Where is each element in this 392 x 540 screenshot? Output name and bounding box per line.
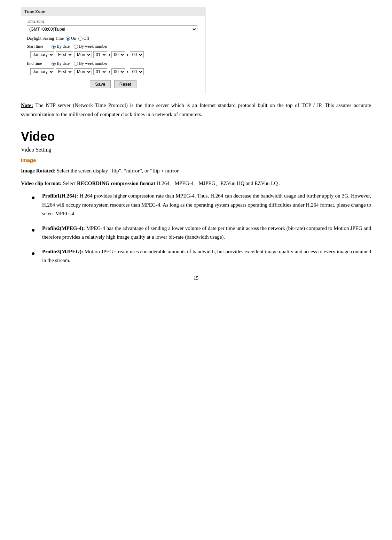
start-time-selects: January First Mon 01 : 00 : 00 [27,51,199,58]
video-subheading: Video Setting [21,147,371,153]
end-month-select[interactable]: January [30,68,54,75]
list-item: ● Profile3(MJPEG): Motion JPEG stream us… [21,247,371,265]
timezone-select[interactable]: (GMT+08:00)Taipei [27,25,197,33]
bullet-dot-1: ● [31,192,35,203]
end-min-select[interactable]: 00 [130,68,144,75]
start-date-select[interactable]: 01 [93,51,107,58]
start-colon1: : [109,52,110,57]
image-rotated-desc: : Select the screen display “flip”, “mir… [54,168,180,173]
start-week-select[interactable]: First [56,51,73,58]
list-item: ● Profile2(MPEG-4): MPEG-4 has the advan… [21,224,371,242]
dst-on-label[interactable]: On [66,36,76,41]
timezone-panel: Time Zone Time zone (GMT+08:00)Taipei Da… [21,7,205,94]
start-label: Start time [27,44,49,49]
end-hour-select[interactable]: 00 [111,68,125,75]
start-by-date-radio[interactable] [52,45,56,49]
video-clip-label: Video clip format: [21,180,62,186]
bullet-dot-2: ● [31,225,35,236]
start-by-week-text: By week number [79,44,108,49]
end-colon1: : [109,69,110,75]
timezone-label: Time zone [27,19,199,24]
start-by-date-label[interactable]: By date [52,44,70,49]
start-radio-group: By date By week number [52,44,108,49]
timezone-panel-title: Time Zone [21,7,205,16]
end-by-date-label[interactable]: By date [52,61,70,66]
start-hour-select[interactable]: 00 [111,51,125,58]
profile3-text: Motion JPEG stream uses considerable amo… [42,249,371,263]
start-by-week-label[interactable]: By week number [74,44,108,49]
profile1-content: Profile1(H.264): H.264 provides higher c… [42,192,371,218]
video-clip-bold: RECORDING compression format [77,180,155,186]
end-time-row: End time By date By week number [27,61,199,66]
start-min-select[interactable]: 00 [130,51,144,58]
image-rotated-label: Image Rotated [21,168,54,173]
profile1-label: Profile1(H.264): [42,193,78,199]
profile-list: ● Profile1(H.264): H.264 provides higher… [21,192,371,265]
profile3-content: Profile3(MJPEG): Motion JPEG stream uses… [42,247,371,265]
end-radio-group: By date By week number [52,61,108,66]
note-section: Note: The NTP server (Network Time Proto… [21,101,371,119]
dst-on-text: On [71,36,76,41]
start-day-select[interactable]: Mon [75,51,92,58]
start-colon2: : [127,52,128,57]
end-week-select[interactable]: First [56,68,73,75]
start-time-row: Start time By date By week number [27,44,199,49]
save-button[interactable]: Save [90,80,111,88]
video-clip-select: Select [62,180,77,186]
page-number: 15 [21,276,371,281]
dst-off-label[interactable]: Off [78,36,89,41]
end-by-date-text: By date [57,61,70,66]
dst-off-text: Off [84,36,89,41]
image-rotated-text: Image Rotated: Select the screen display… [21,167,371,175]
list-item: ● Profile1(H.264): H.264 provides higher… [21,192,371,218]
profile2-text: MPEG-4 has the advantage of sending a lo… [42,225,371,240]
bullet-dot-3: ● [31,248,35,259]
video-heading: Video [21,129,371,144]
end-time-selects: January First Mon 01 : 00 : 00 [27,68,199,75]
profile3-label: Profile3(MJPEG): [42,249,83,254]
dst-label: Daylight Saving Time [27,36,64,41]
reset-button[interactable]: Reset [114,80,136,88]
profile1-text: H.264 provides higher compression rate t… [42,193,371,216]
dst-row: Daylight Saving Time On Off [27,36,199,41]
end-label: End time [27,61,49,66]
start-month-select[interactable]: January [30,51,54,58]
note-label: Note: [21,102,33,108]
video-section: Video Video Setting Image Image Rotated:… [21,129,371,265]
video-clip-text: Video clip format: Select RECORDING comp… [21,179,371,187]
end-by-week-text: By week number [79,61,108,66]
end-date-select[interactable]: 01 [93,68,107,75]
profile2-content: Profile2(MPEG-4): MPEG-4 has the advanta… [42,224,371,242]
timezone-buttons: Save Reset [27,80,199,88]
note-text: The NTP server (Network Time Protocol) i… [21,102,371,117]
image-section-title: Image [21,157,371,163]
end-by-week-radio[interactable] [74,62,78,66]
dst-off-radio[interactable] [78,37,83,41]
start-by-date-text: By date [57,44,70,49]
video-clip-desc: H.264、MPEG-4、MJPEG、EZVuu HQ and EZVuu LQ… [155,180,281,186]
end-day-select[interactable]: Mon [75,68,92,75]
end-by-date-radio[interactable] [52,62,56,66]
end-colon2: : [127,69,128,75]
dst-on-radio[interactable] [66,37,70,41]
profile2-label: Profile2(MPEG-4): [42,225,85,231]
start-by-week-radio[interactable] [74,45,78,49]
end-by-week-label[interactable]: By week number [74,61,108,66]
